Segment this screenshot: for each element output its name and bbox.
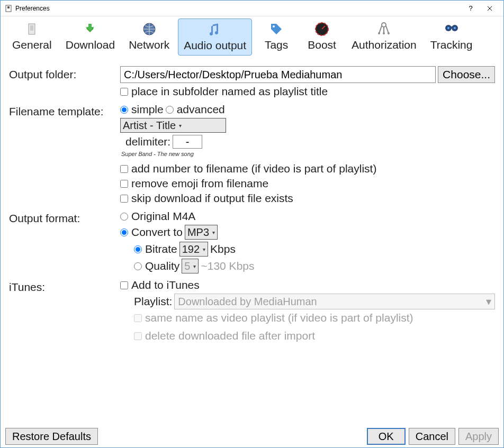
delete-after-checkbox: delete downloaded file after import [134,330,315,342]
network-icon [141,21,158,38]
add-itunes-checkbox[interactable]: Add to iTunes [120,279,200,291]
bitrate-radio[interactable]: Bitrate [134,243,177,255]
tab-download[interactable]: Download [60,19,120,56]
filename-template-label: Filename template: [9,103,120,118]
tab-boost[interactable]: Boost [301,19,343,56]
cancel-button[interactable]: Cancel [409,428,455,445]
svg-rect-3 [30,25,33,31]
svg-point-6 [215,31,218,34]
chevron-down-icon: ▾ [486,295,491,308]
template-dropdown[interactable]: Artist - Title ▾ [120,118,226,133]
kbps-label: Kbps [210,243,236,255]
output-folder-input[interactable] [120,66,436,83]
simple-radio[interactable]: simple [120,103,164,116]
svg-point-10 [382,23,386,27]
svg-point-16 [447,27,449,29]
same-name-checkbox: same name as video playlist (if video is… [134,312,413,324]
svg-point-7 [273,25,275,28]
general-icon [23,21,40,38]
tab-audio-output[interactable]: Audio output [178,19,252,56]
boost-icon [313,21,330,38]
apply-button[interactable]: Apply [458,428,499,445]
itunes-label: iTunes: [9,279,120,294]
svg-point-12 [388,32,390,34]
tags-icon [268,21,285,38]
tracking-icon [443,21,460,38]
tab-network[interactable]: Network [123,19,175,56]
close-button[interactable] [480,1,499,16]
svg-point-5 [210,32,213,35]
chevron-down-icon: ▾ [179,123,182,129]
output-format-label: Output format: [9,210,120,225]
advanced-radio[interactable]: advanced [166,103,225,116]
download-icon [82,21,98,38]
chevron-down-icon: ▾ [212,230,215,235]
add-number-checkbox[interactable]: add number to filename (if video is part… [120,162,376,175]
authorization-icon [375,21,392,38]
original-m4a-radio[interactable]: Original M4A [120,210,195,223]
chevron-down-icon: ▾ [193,263,196,269]
convert-to-radio[interactable]: Convert to [120,226,183,239]
quality-estimate: ~130 Kbps [201,260,254,272]
delimiter-label: delimiter: [125,135,170,148]
app-icon [5,5,12,12]
output-folder-label: Output folder: [9,66,120,81]
playlist-label: Playlist: [134,295,172,308]
svg-point-17 [454,27,456,29]
chevron-down-icon: ▾ [203,246,205,252]
help-button[interactable]: ? [461,1,480,16]
playlist-dropdown: Downloaded by MediaHuman ▾ [174,294,495,309]
format-dropdown[interactable]: MP3 ▾ [185,225,218,240]
quality-radio[interactable]: Quality [134,260,179,272]
tab-bar: General Download Network Audio output Ta… [1,16,503,56]
svg-point-11 [378,32,380,34]
audio-output-icon [206,21,223,38]
skip-download-checkbox[interactable]: skip download if output file exists [120,192,293,205]
svg-point-13 [383,32,385,34]
subfolder-checkbox[interactable]: place in subfolder named as playlist tit… [120,85,328,98]
ok-button[interactable]: OK [367,428,406,445]
quality-dropdown: 5 ▾ [182,259,199,273]
remove-emoji-checkbox[interactable]: remove emoji from filename [120,177,268,190]
tab-tags[interactable]: Tags [255,19,298,56]
bitrate-dropdown[interactable]: 192 ▾ [179,242,208,257]
choose-button[interactable]: Choose... [438,66,495,83]
template-example: Super Band - The new song [121,151,495,157]
restore-defaults-button[interactable]: Restore Defaults [5,428,98,445]
window-title: Preferences [15,5,461,12]
svg-rect-1 [7,6,10,8]
delimiter-input[interactable] [173,135,202,149]
tab-general[interactable]: General [7,19,57,56]
tab-tracking[interactable]: Tracking [425,19,478,56]
tab-authorization[interactable]: Authorization [346,19,422,56]
